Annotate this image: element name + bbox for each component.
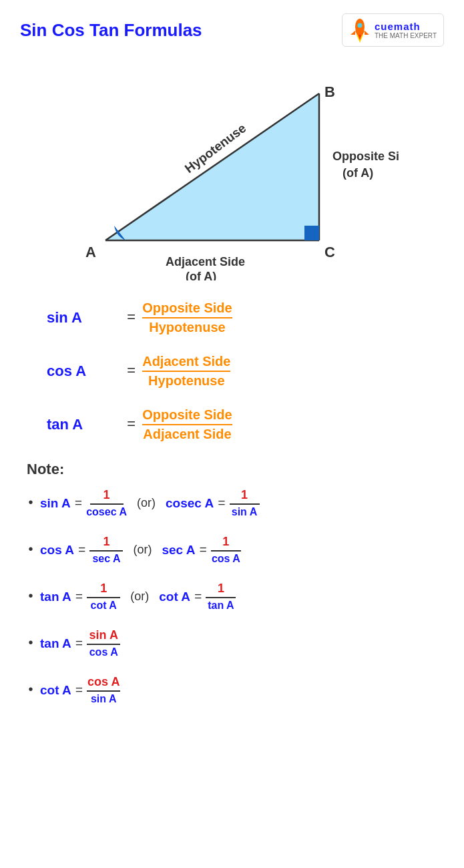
note-num-4: cos A — [87, 675, 120, 692]
logo-name: cuemath — [375, 21, 437, 32]
bullet-2: • — [27, 589, 35, 604]
note-lhs-0: sin A — [40, 496, 71, 511]
note-den2-1: cos A — [212, 552, 240, 565]
note-title: Note: — [27, 461, 437, 478]
page-title: Sin Cos Tan Formulas — [20, 20, 202, 41]
triangle-diagram: B A C Hypotenuse Opposite Side (of A) Ad… — [20, 60, 444, 280]
note-den2-0: sin A — [232, 505, 258, 518]
bullet-4: • — [27, 682, 35, 698]
note-lhs-2: tan A — [40, 590, 71, 604]
formula-sin-equals: = — [127, 310, 136, 327]
formula-cos-fraction: Adjacent Side Hypotenuse — [142, 354, 230, 389]
note-section: Note: • sin A = 1 cosec A (or) cosec A =… — [27, 461, 437, 705]
note-frac-3: sin A cos A — [87, 628, 120, 658]
svg-text:C: C — [324, 244, 335, 260]
logo-sub: THE MATH EXPERT — [375, 32, 437, 39]
svg-marker-6 — [365, 31, 369, 35]
svg-text:B: B — [324, 83, 335, 100]
formula-cos-equals: = — [127, 363, 136, 380]
note-num-2: 1 — [87, 582, 120, 598]
logo-container: cuemath THE MATH EXPERT — [342, 13, 444, 47]
note-lhs-4: cot A — [40, 683, 71, 698]
formula-sin-fraction: Opposite Side Hypotenuse — [142, 300, 232, 335]
note-den-2: cot A — [91, 598, 117, 612]
formula-row-tan: tan A = Opposite Side Adjacent Side — [47, 407, 431, 442]
note-row-1: • cos A = 1 sec A (or) sec A = 1 cos A — [27, 535, 437, 565]
note-row-0: • sin A = 1 cosec A (or) cosec A = 1 sin… — [27, 488, 437, 518]
formula-tan-equals: = — [127, 417, 136, 433]
svg-rect-11 — [304, 226, 319, 240]
formulas-section: sin A = Opposite Side Hypotenuse cos A =… — [47, 300, 431, 442]
rocket-icon — [349, 17, 371, 43]
note-frac-2: 1 cot A — [87, 582, 120, 612]
note-num-0: 1 — [90, 488, 124, 505]
note-den-1: sec A — [92, 552, 120, 565]
note-rhs-lhs-2: cot A — [159, 590, 190, 604]
svg-text:Opposite Side: Opposite Side — [332, 150, 399, 163]
svg-text:A: A — [85, 244, 96, 260]
formula-tan-lhs: tan A — [47, 416, 120, 433]
note-den-0: cosec A — [86, 505, 127, 518]
formula-sin-lhs: sin A — [47, 309, 120, 327]
svg-text:(of A): (of A) — [342, 166, 373, 180]
note-num2-2: 1 — [206, 582, 236, 598]
note-den-3: cos A — [89, 645, 118, 658]
note-rhs-lhs-1: sec A — [162, 543, 195, 558]
formula-cos-lhs: cos A — [47, 363, 120, 380]
note-num-3: sin A — [87, 628, 120, 645]
formula-row-cos: cos A = Adjacent Side Hypotenuse — [47, 354, 431, 389]
page-header: Sin Cos Tan Formulas cuemath THE MATH EX… — [20, 13, 444, 47]
bullet-1: • — [27, 542, 35, 558]
note-frac2-2: 1 tan A — [206, 582, 236, 612]
note-row-3: • tan A = sin A cos A — [27, 628, 437, 658]
note-num-1: 1 — [89, 535, 123, 552]
note-or-1: (or) — [133, 543, 152, 557]
note-rhs-lhs-0: cosec A — [166, 496, 214, 511]
svg-text:(of A): (of A) — [186, 270, 216, 280]
bullet-0: • — [27, 495, 35, 511]
bullet-3: • — [27, 636, 35, 651]
note-num2-1: 1 — [211, 535, 241, 552]
note-or-0: (or) — [137, 496, 156, 510]
formula-tan-denominator: Adjacent Side — [143, 425, 231, 442]
formula-sin-denominator: Hypotenuse — [149, 318, 225, 335]
note-num2-0: 1 — [230, 488, 260, 505]
note-frac2-0: 1 sin A — [230, 488, 260, 518]
formula-tan-numerator: Opposite Side — [142, 407, 232, 425]
note-or-2: (or) — [130, 590, 149, 604]
formula-sin-numerator: Opposite Side — [142, 300, 232, 318]
note-frac-4: cos A sin A — [87, 675, 120, 705]
formula-cos-numerator: Adjacent Side — [142, 354, 230, 372]
triangle-svg: B A C Hypotenuse Opposite Side (of A) Ad… — [65, 60, 399, 280]
note-den2-2: tan A — [208, 598, 234, 612]
formula-tan-fraction: Opposite Side Adjacent Side — [142, 407, 232, 442]
note-frac-0: 1 cosec A — [86, 488, 127, 518]
note-row-2: • tan A = 1 cot A (or) cot A = 1 tan A — [27, 582, 437, 612]
note-lhs-3: tan A — [40, 636, 71, 651]
formula-cos-denominator: Hypotenuse — [148, 372, 224, 389]
note-frac2-1: 1 cos A — [211, 535, 241, 565]
note-den-4: sin A — [91, 692, 117, 705]
note-row-4: • cot A = cos A sin A — [27, 675, 437, 705]
svg-marker-5 — [351, 31, 355, 35]
svg-text:Adjacent Side: Adjacent Side — [166, 255, 245, 268]
note-lhs-1: cos A — [40, 543, 74, 558]
note-frac-1: 1 sec A — [89, 535, 123, 565]
formula-row-sin: sin A = Opposite Side Hypotenuse — [47, 300, 431, 335]
svg-point-2 — [358, 23, 363, 28]
